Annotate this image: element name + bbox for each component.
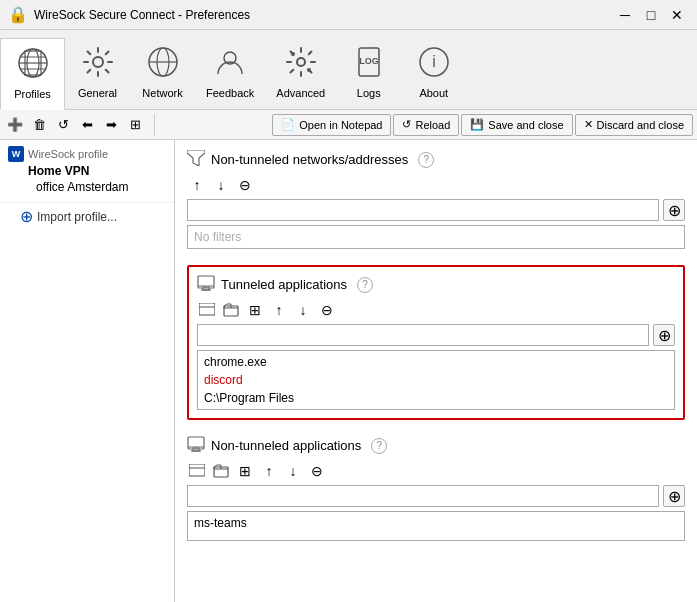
non-tunneled-apps-tools: ⊞ ↑ ↓ ⊖	[187, 461, 685, 481]
non-tunneled-up-btn[interactable]: ↑	[259, 461, 279, 481]
windows-button[interactable]: ⊞	[124, 114, 146, 136]
non-tunneled-networks-input-row: ⊕	[187, 199, 685, 221]
non-tunneled-apps-title: Non-tunneled applications	[211, 438, 361, 453]
open-notepad-button[interactable]: 📄 Open in Notepad	[272, 114, 391, 136]
profile-group-label: WireSock profile	[28, 148, 108, 160]
tunneled-browse-file-btn[interactable]	[221, 300, 241, 320]
tab-about-label: About	[419, 87, 448, 99]
import-label: Import profile...	[37, 210, 117, 224]
non-tunneled-apps-list[interactable]: ms-teams	[187, 511, 685, 541]
svg-point-11	[297, 58, 305, 66]
svg-text:i: i	[432, 53, 436, 70]
non-tunneled-networks-input[interactable]	[187, 199, 659, 221]
toolbar-actions: 📄 Open in Notepad ↺ Reload 💾 Save and cl…	[272, 114, 693, 136]
app-title: WireSock Secure Connect - Preferences	[34, 8, 250, 22]
tunneled-down-btn[interactable]: ↓	[293, 300, 313, 320]
tab-about[interactable]: i About	[401, 37, 466, 109]
toolbar-profile-tools: ➕ 🗑 ↺ ⬅ ➡ ⊞	[4, 114, 155, 136]
move-up-btn[interactable]: ↑	[187, 175, 207, 195]
tunneled-apps-add-btn[interactable]: ⊕	[653, 324, 675, 346]
notepad-icon: 📄	[281, 118, 295, 131]
list-item[interactable]: discord	[200, 371, 672, 389]
non-tunneled-select-window-btn[interactable]	[187, 461, 207, 481]
main-layout: W WireSock profile Home VPN office Amste…	[0, 140, 697, 602]
list-item[interactable]: chrome.exe	[200, 353, 672, 371]
titlebar-controls: ─ □ ✕	[613, 5, 689, 25]
toolbar: ➕ 🗑 ↺ ⬅ ➡ ⊞ 📄 Open in Notepad ↺ Reload 💾…	[0, 110, 697, 140]
move-right-button[interactable]: ➡	[100, 114, 122, 136]
move-left-button[interactable]: ⬅	[76, 114, 98, 136]
non-tunneled-apps-header: Non-tunneled applications ?	[187, 436, 685, 455]
non-tunneled-apps-section: Non-tunneled applications ? ⊞ ↑ ↓ ⊖ ⊕	[187, 436, 685, 541]
feedback-tab-icon	[214, 46, 246, 83]
tunneled-windows-btn[interactable]: ⊞	[245, 300, 265, 320]
tab-profiles-label: Profiles	[14, 88, 51, 100]
non-tunneled-remove-btn[interactable]: ⊖	[307, 461, 327, 481]
tunneled-remove-btn[interactable]: ⊖	[317, 300, 337, 320]
non-tunneled-down-btn[interactable]: ↓	[283, 461, 303, 481]
save-icon: 💾	[470, 118, 484, 131]
list-item[interactable]: ms-teams	[190, 514, 682, 532]
no-filters-item: No filters	[190, 228, 682, 246]
save-close-button[interactable]: 💾 Save and close	[461, 114, 572, 136]
list-item[interactable]: C:\Program Files	[200, 389, 672, 407]
discard-close-button[interactable]: ✕ Discard and close	[575, 114, 693, 136]
non-tunneled-windows-btn[interactable]: ⊞	[235, 461, 255, 481]
tunneled-up-btn[interactable]: ↑	[269, 300, 289, 320]
tab-general[interactable]: General	[65, 37, 130, 109]
network-tab-icon	[147, 46, 179, 83]
add-profile-button[interactable]: ➕	[4, 114, 26, 136]
remove-btn[interactable]: ⊖	[235, 175, 255, 195]
non-tunneled-networks-tools: ↑ ↓ ⊖	[187, 175, 685, 195]
add-icon: ⊕	[20, 207, 33, 226]
non-tunneled-apps-help[interactable]: ?	[371, 438, 387, 454]
tab-advanced-label: Advanced	[276, 87, 325, 99]
maximize-button[interactable]: □	[639, 5, 663, 25]
app-icon: 🔒	[8, 5, 28, 24]
tunneled-apps-section: Tunneled applications ? ⊞ ↑ ↓ ⊖ ⊕ c	[187, 265, 685, 420]
svg-text:LOG: LOG	[359, 56, 379, 66]
non-tunneled-networks-add-btn[interactable]: ⊕	[663, 199, 685, 221]
non-tunneled-networks-list: No filters	[187, 225, 685, 249]
content-area: Non-tunneled networks/addresses ? ↑ ↓ ⊖ …	[175, 140, 697, 602]
non-tunneled-networks-header: Non-tunneled networks/addresses ?	[187, 150, 685, 169]
profile-name: Home VPN	[8, 164, 166, 178]
move-down-btn[interactable]: ↓	[211, 175, 231, 195]
tunneled-select-window-btn[interactable]	[197, 300, 217, 320]
non-tunneled-networks-title: Non-tunneled networks/addresses	[211, 152, 408, 167]
non-tunneled-networks-help[interactable]: ?	[418, 152, 434, 168]
non-tunneled-browse-file-btn[interactable]	[211, 461, 231, 481]
tab-logs-label: Logs	[357, 87, 381, 99]
general-tab-icon	[82, 46, 114, 83]
tab-advanced[interactable]: Advanced	[265, 37, 336, 109]
non-tunneled-networks-section: Non-tunneled networks/addresses ? ↑ ↓ ⊖ …	[187, 150, 685, 249]
svg-rect-29	[189, 464, 205, 476]
non-tunneled-apps-icon	[187, 436, 205, 455]
filter-icon	[187, 150, 205, 169]
minimize-button[interactable]: ─	[613, 5, 637, 25]
reload-button[interactable]: ↺ Reload	[393, 114, 459, 136]
tunneled-apps-list[interactable]: chrome.exe discord C:\Program Files	[197, 350, 675, 410]
tab-profiles[interactable]: Profiles	[0, 38, 65, 110]
tab-network[interactable]: Network	[130, 37, 195, 109]
non-tunneled-apps-input[interactable]	[187, 485, 659, 507]
tunneled-apps-help[interactable]: ?	[357, 277, 373, 293]
titlebar: 🔒 WireSock Secure Connect - Preferences …	[0, 0, 697, 30]
tab-logs[interactable]: LOG Logs	[336, 37, 401, 109]
refresh-button[interactable]: ↺	[52, 114, 74, 136]
window-close-button[interactable]: ✕	[665, 5, 689, 25]
non-tunneled-apps-input-row: ⊕	[187, 485, 685, 507]
profile-item-amsterdam[interactable]: office Amsterdam	[8, 178, 166, 196]
reload-icon: ↺	[402, 118, 411, 131]
profiles-tab-icon	[17, 47, 49, 84]
tunneled-apps-input-row: ⊕	[197, 324, 675, 346]
advanced-tab-icon	[285, 46, 317, 83]
tunneled-apps-input[interactable]	[197, 324, 649, 346]
import-profile-button[interactable]: ⊕ Import profile...	[0, 203, 174, 230]
non-tunneled-apps-add-btn[interactable]: ⊕	[663, 485, 685, 507]
svg-point-12	[291, 52, 295, 56]
tab-feedback[interactable]: Feedback	[195, 37, 265, 109]
delete-profile-button[interactable]: 🗑	[28, 114, 50, 136]
about-tab-icon: i	[418, 46, 450, 83]
svg-rect-22	[199, 303, 215, 315]
